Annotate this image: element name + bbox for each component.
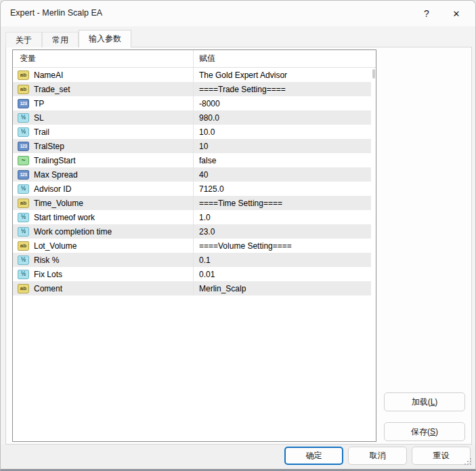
ok-button-label: 确定 [306, 450, 322, 462]
variable-name: SL [34, 113, 44, 123]
value-cell[interactable]: 980.0 [194, 113, 371, 123]
double-param-icon: ½ [18, 227, 29, 237]
value-cell[interactable]: 40 [194, 170, 371, 180]
table-row[interactable]: ½ Trail 10.0 [13, 125, 371, 139]
value-cell[interactable]: 1.0 [194, 213, 371, 222]
table-scrollbar[interactable] [371, 68, 376, 441]
variable-cell: ab Trade_set [13, 82, 194, 96]
table-row[interactable]: ab Trade_set ====Trade Setting==== [13, 82, 371, 96]
variable-name: Fix Lots [34, 270, 62, 279]
help-button[interactable]: ? [413, 3, 440, 24]
variable-cell: ~ TralingStart [13, 153, 194, 167]
variable-cell: ab Coment [13, 281, 194, 295]
variable-name: TralStep [34, 142, 64, 151]
value-cell[interactable]: 10.0 [194, 127, 371, 137]
tab-strip: 关于 常用 输入参数 [5, 30, 131, 47]
value-cell[interactable]: 10 [194, 142, 371, 151]
variable-name: Work completion time [34, 227, 112, 237]
variable-cell: 123 TralStep [13, 139, 194, 153]
resize-grip-icon[interactable] [470, 464, 471, 465]
table-row[interactable]: ab NameAI The Gold Expert Advisor [13, 68, 371, 82]
title-bar: Expert - Merlin Scalp EA ? ✕ [1, 1, 475, 26]
variable-name: Risk % [34, 255, 59, 265]
variable-name: NameAI [34, 70, 63, 80]
help-icon: ? [424, 8, 429, 19]
value-cell[interactable]: false [194, 156, 371, 165]
value-cell[interactable]: 0.1 [194, 255, 371, 265]
value-cell[interactable]: 7125.0 [194, 184, 371, 194]
table-row[interactable]: 123 TralStep 10 [13, 139, 371, 153]
cancel-button[interactable]: 取消 [348, 447, 407, 465]
column-header-variable[interactable]: 变量 [13, 50, 194, 67]
tab-about[interactable]: 关于 [5, 32, 42, 47]
parameters-table: 变量 赋值 ab NameAI The Gold Expert Advisor … [12, 49, 376, 442]
variable-name: Lot_Volume [34, 241, 77, 251]
string-param-icon: ab [18, 241, 29, 251]
tab-input-parameters[interactable]: 输入参数 [79, 30, 131, 47]
reset-button-label: 重设 [433, 450, 450, 462]
variable-cell: 123 Max Spread [13, 167, 194, 182]
integer-param-icon: 123 [18, 170, 29, 180]
table-row[interactable]: ab Coment Merlin_Scalp [13, 281, 371, 295]
load-button[interactable]: 加载(L) [384, 392, 465, 411]
table-row[interactable]: ab Time_Volume ====Time Setting==== [13, 196, 371, 210]
reset-button[interactable]: 重设 [412, 447, 471, 465]
table-row[interactable]: ½ Work completion time 23.0 [13, 224, 371, 239]
value-cell[interactable]: ====Trade Setting==== [194, 85, 371, 94]
table-row[interactable]: 123 TP -8000 [13, 96, 371, 110]
close-button[interactable]: ✕ [443, 3, 470, 24]
close-icon: ✕ [453, 9, 460, 19]
string-param-icon: ab [18, 284, 29, 293]
value-cell[interactable]: The Gold Expert Advisor [194, 70, 371, 80]
double-param-icon: ½ [18, 127, 29, 137]
tab-common[interactable]: 常用 [42, 32, 79, 47]
variable-cell: ab NameAI [13, 68, 194, 82]
double-param-icon: ½ [18, 213, 29, 222]
value-cell[interactable]: ====Volume Setting==== [194, 241, 371, 251]
table-row[interactable]: ½ Start timeof work 1.0 [13, 210, 371, 224]
double-param-icon: ½ [18, 184, 29, 194]
table-row[interactable]: ½ Risk % 0.1 [13, 253, 371, 267]
variable-name: Advisor ID [34, 184, 71, 194]
variable-cell: ½ SL [13, 110, 194, 125]
variable-name: Max Spread [34, 170, 78, 180]
table-row[interactable]: ab Lot_Volume ====Volume Setting==== [13, 239, 371, 253]
string-param-icon: ab [18, 85, 29, 94]
variable-cell: ½ Advisor ID [13, 182, 194, 196]
save-button-label: 保存(S) [411, 426, 438, 438]
variable-name: Start timeof work [34, 213, 95, 222]
double-param-icon: ½ [18, 255, 29, 265]
variable-cell: ½ Trail [13, 125, 194, 139]
column-header-value[interactable]: 赋值 [194, 53, 376, 64]
variable-name: TP [34, 99, 44, 108]
table-rows: ab NameAI The Gold Expert Advisor ab Tra… [13, 68, 371, 441]
variable-name: TralingStart [34, 156, 76, 165]
integer-param-icon: 123 [18, 142, 29, 151]
string-param-icon: ab [18, 199, 29, 208]
table-row[interactable]: 123 Max Spread 40 [13, 167, 371, 182]
value-cell[interactable]: -8000 [194, 99, 371, 108]
table-row[interactable]: ½ Advisor ID 7125.0 [13, 182, 371, 196]
string-param-icon: ab [18, 70, 29, 80]
table-row[interactable]: ½ Fix Lots 0.01 [13, 267, 371, 281]
variable-name: Time_Volume [34, 199, 83, 208]
tab-input-parameters-label: 输入参数 [89, 33, 121, 45]
value-cell[interactable]: 0.01 [194, 270, 371, 279]
variable-name: Coment [34, 284, 62, 293]
boolean-param-icon: ~ [18, 156, 29, 165]
variable-name: Trail [34, 127, 49, 137]
table-row[interactable]: ½ SL 980.0 [13, 110, 371, 125]
load-button-label: 加载(L) [412, 396, 438, 408]
scrollbar-thumb[interactable] [372, 69, 375, 79]
value-cell[interactable]: Merlin_Scalp [194, 284, 371, 293]
value-cell[interactable]: 23.0 [194, 227, 371, 237]
variable-cell: ab Time_Volume [13, 196, 194, 210]
table-body: ab NameAI The Gold Expert Advisor ab Tra… [13, 68, 376, 441]
variable-name: Trade_set [34, 85, 70, 94]
ok-button[interactable]: 确定 [284, 447, 343, 465]
table-row[interactable]: ~ TralingStart false [13, 153, 371, 167]
double-param-icon: ½ [18, 113, 29, 123]
save-button[interactable]: 保存(S) [384, 422, 465, 441]
value-cell[interactable]: ====Time Setting==== [194, 199, 371, 208]
variable-cell: ½ Work completion time [13, 224, 194, 239]
